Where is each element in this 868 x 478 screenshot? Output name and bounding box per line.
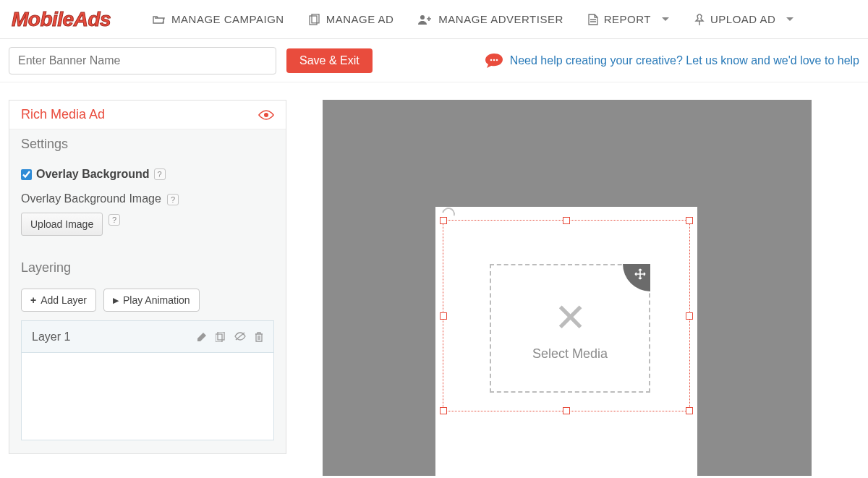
layers-list: Layer 1	[21, 320, 274, 440]
plus-icon: +	[30, 294, 36, 306]
canvas-area[interactable]: ✕ Select Media	[323, 100, 812, 476]
resize-handle[interactable]	[440, 407, 447, 414]
save-exit-button[interactable]: Save & Exit	[286, 48, 373, 73]
play-icon: ▶	[113, 296, 119, 305]
svg-rect-7	[216, 334, 222, 342]
add-layer-label: Add Layer	[41, 294, 87, 306]
chevron-down-icon	[786, 17, 794, 22]
nav-report[interactable]: REPORT	[588, 13, 670, 25]
layer-tools	[197, 332, 263, 342]
overlay-bg-image-block: Overlay Background Image ? Upload Image …	[21, 192, 274, 236]
upload-image-button[interactable]: Upload Image	[21, 213, 103, 236]
resize-handle[interactable]	[686, 217, 693, 224]
brand-ads: Ads	[74, 8, 111, 30]
nav-manage-advertiser[interactable]: MANAGE ADVERTISER	[418, 13, 563, 25]
resize-handle[interactable]	[686, 407, 693, 414]
resize-handle[interactable]	[440, 217, 447, 224]
layer-name: Layer 1	[32, 330, 70, 343]
move-icon	[634, 268, 646, 280]
nav-upload-ad[interactable]: UPLOAD AD	[694, 13, 794, 25]
user-plus-icon	[418, 14, 433, 25]
main-area: Rich Media Ad Settings Overlay Backgroun…	[0, 82, 868, 476]
eye-icon[interactable]	[258, 110, 274, 120]
svg-point-2	[420, 15, 425, 20]
nav-manage-campaign[interactable]: MANAGE CAMPAIGN	[153, 13, 284, 25]
banner-name-input[interactable]	[9, 47, 276, 74]
nav-label: MANAGE CAMPAIGN	[171, 13, 284, 25]
move-handle[interactable]	[623, 264, 650, 291]
brand-logo: MobileAds	[9, 8, 111, 31]
select-media-label: Select Media	[532, 346, 608, 362]
duplicate-icon[interactable]	[216, 332, 226, 342]
play-animation-button[interactable]: ▶ Play Animation	[103, 289, 200, 312]
nav-manage-ad[interactable]: MANAGE AD	[309, 13, 394, 25]
selection-bounds[interactable]: ✕ Select Media	[443, 220, 690, 411]
chevron-down-icon	[661, 17, 670, 22]
nav-links: MANAGE CAMPAIGN MANAGE AD MANAGE ADVERTI…	[153, 13, 794, 25]
chat-icon	[485, 54, 503, 68]
nav-label: UPLOAD AD	[710, 13, 775, 25]
top-nav: MobileAds MANAGE CAMPAIGN MANAGE AD MANA…	[0, 0, 868, 39]
resize-handle[interactable]	[440, 312, 447, 320]
layer-row[interactable]: Layer 1	[22, 321, 273, 353]
help-link[interactable]: Need help creating your creative? Let us…	[510, 54, 859, 67]
overlay-bg-row: Overlay Background ?	[21, 168, 274, 181]
pin-icon	[694, 14, 705, 25]
folder-open-icon	[153, 14, 166, 25]
nav-label: REPORT	[604, 13, 651, 25]
edit-icon[interactable]	[197, 332, 207, 342]
placeholder-x-icon: ✕	[554, 295, 587, 341]
artboard[interactable]: ✕ Select Media	[435, 207, 697, 476]
sub-bar: Save & Exit Need help creating your crea…	[0, 39, 868, 82]
overlay-bg-label: Overlay Background	[36, 168, 150, 181]
trash-icon[interactable]	[255, 332, 263, 342]
overlay-bg-image-label: Overlay Background Image	[21, 192, 161, 205]
svg-point-4	[493, 59, 495, 61]
overlay-bg-checkbox[interactable]	[21, 169, 32, 180]
settings-heading: Settings	[21, 137, 274, 152]
settings-panel: Rich Media Ad Settings Overlay Backgroun…	[9, 100, 286, 454]
resize-handle[interactable]	[563, 217, 570, 224]
help-badge-icon[interactable]: ?	[167, 194, 179, 205]
svg-rect-8	[218, 332, 224, 340]
panel-title: Rich Media Ad	[21, 107, 105, 122]
resize-handle[interactable]	[686, 312, 693, 320]
resize-handle[interactable]	[563, 407, 570, 414]
svg-point-5	[495, 59, 498, 61]
help-badge-icon[interactable]: ?	[154, 168, 166, 180]
play-animation-label: Play Animation	[123, 294, 190, 306]
help-badge-icon[interactable]: ?	[109, 214, 120, 226]
svg-point-3	[490, 59, 492, 61]
document-icon	[588, 14, 598, 25]
add-layer-button[interactable]: + Add Layer	[21, 289, 96, 312]
panel-header: Rich Media Ad	[9, 101, 286, 129]
media-placeholder[interactable]: ✕ Select Media	[490, 264, 650, 393]
brand-mobile: Mobile	[12, 8, 74, 30]
visibility-icon[interactable]	[234, 332, 246, 342]
help-area: Need help creating your creative? Let us…	[485, 54, 859, 68]
layer-buttons: + Add Layer ▶ Play Animation	[21, 289, 274, 312]
nav-label: MANAGE ADVERTISER	[438, 13, 563, 25]
svg-point-6	[264, 113, 268, 117]
nav-label: MANAGE AD	[326, 13, 394, 25]
layer-body	[22, 353, 273, 440]
settings-section: Settings Overlay Background ? Overlay Ba…	[9, 129, 286, 453]
copy-icon	[309, 14, 320, 25]
layering-heading: Layering	[21, 260, 274, 276]
